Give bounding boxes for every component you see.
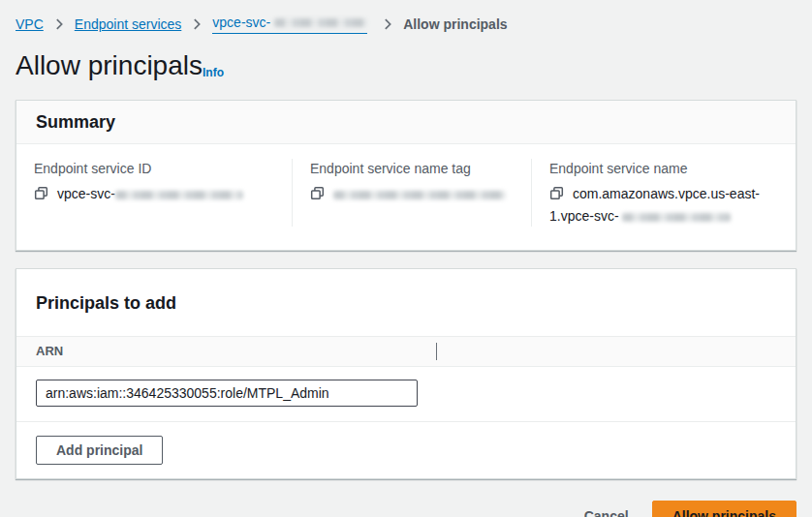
field-endpoint-service-id: Endpoint service ID vpce-svc- [16, 159, 292, 227]
redacted-service-id [274, 18, 367, 27]
summary-card: Summary Endpoint service ID vpce-svc- En… [16, 100, 796, 251]
field-label: Endpoint service ID [34, 159, 274, 178]
page-title: Allow principals [16, 49, 203, 82]
page-title-row: Allow principals Info [16, 49, 796, 82]
arn-column-header-row: ARN [16, 336, 796, 367]
principals-to-add-card: Principals to add ARN Add principal [16, 268, 796, 479]
breadcrumb: VPC Endpoint services vpce-svc- Allow pr… [16, 0, 796, 34]
field-value: vpce-svc- [34, 184, 274, 206]
redacted-value [115, 191, 243, 199]
chevron-right-icon [190, 17, 203, 31]
info-link[interactable]: Info [203, 66, 224, 79]
add-principal-button[interactable]: Add principal [36, 436, 163, 465]
breadcrumb-current: Allow principals [403, 15, 507, 33]
principals-header: Principals to add [16, 269, 796, 336]
summary-content: Endpoint service ID vpce-svc- Endpoint s… [16, 144, 796, 250]
add-principal-row: Add principal [16, 422, 796, 478]
field-endpoint-service-name: Endpoint service name com.amazonaws.vpce… [531, 159, 796, 227]
summary-header: Summary [16, 101, 796, 144]
redacted-value [333, 191, 506, 199]
arn-column-header: ARN [36, 344, 63, 358]
breadcrumb-vpc-link[interactable]: VPC [16, 15, 44, 33]
field-label: Endpoint service name [549, 159, 778, 178]
allow-principals-page: VPC Endpoint services vpce-svc- Allow pr… [0, 0, 812, 517]
value-prefix: vpce-svc- [57, 186, 115, 201]
arn-input[interactable] [36, 380, 418, 407]
chevron-right-icon [381, 17, 394, 31]
copy-icon[interactable] [549, 186, 564, 206]
field-endpoint-service-name-tag: Endpoint service name tag [292, 159, 531, 227]
redacted-value [622, 213, 731, 222]
field-value [310, 184, 514, 206]
allow-principals-button[interactable]: Allow principals [652, 501, 796, 517]
copy-icon[interactable] [34, 186, 48, 206]
breadcrumb-endpoint-services-link[interactable]: Endpoint services [75, 15, 182, 33]
field-value: com.amazonaws.vpce.us-east-1.vpce-svc- [549, 184, 794, 227]
footer-actions: Cancel Allow principals [16, 501, 796, 517]
column-resize-handle[interactable] [436, 343, 437, 360]
copy-icon[interactable] [310, 186, 325, 206]
arn-input-row [16, 367, 796, 422]
cancel-button[interactable]: Cancel [584, 508, 629, 517]
breadcrumb-service-id-link[interactable]: vpce-svc- [212, 14, 367, 34]
chevron-right-icon [52, 17, 66, 31]
field-label: Endpoint service name tag [310, 159, 514, 178]
service-id-prefix: vpce-svc- [212, 14, 270, 31]
